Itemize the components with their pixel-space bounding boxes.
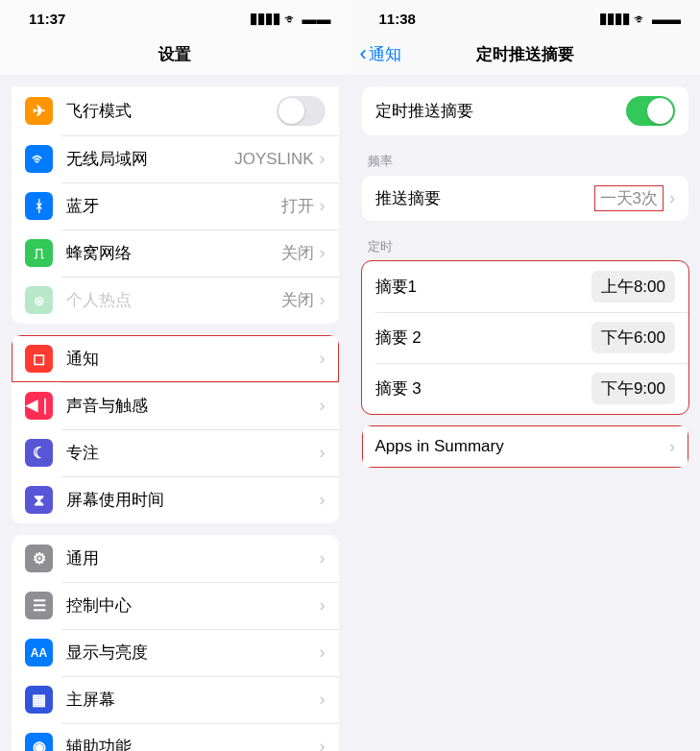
cell-label: 摘要 3 xyxy=(375,377,591,400)
cell-group: ◻ 通知 › ◀︎｜ 声音与触感 › ☾ 专注 › ⧗ 屏幕使用时间 › xyxy=(12,335,339,523)
chevron-right-icon: › xyxy=(320,243,326,263)
chevron-right-icon: › xyxy=(320,443,326,463)
cell-frequency[interactable]: 推送摘要 一天3次 › xyxy=(362,176,689,221)
cell-label: 通知 xyxy=(66,348,320,370)
cell-airplane-mode[interactable]: ✈ 飞行模式 xyxy=(12,86,339,135)
accessibility-icon: ◉ xyxy=(25,733,53,751)
chevron-right-icon: › xyxy=(320,349,326,369)
status-bar: 11:38 ▮▮▮▮ ᯤ ▬▬ xyxy=(350,0,701,33)
scheduled-summary-screen: 11:38 ▮▮▮▮ ᯤ ▬▬ ‹ 通知 定时推送摘要 定时推送摘要 频率 推送… xyxy=(350,0,701,751)
chevron-left-icon: ‹ xyxy=(360,43,367,64)
frequency-value: 一天3次 xyxy=(594,185,664,211)
cellular-icon: ⎍ xyxy=(25,239,53,267)
back-label: 通知 xyxy=(369,43,401,65)
cell-label: 显示与亮度 xyxy=(66,642,320,664)
cell-group: 推送摘要 一天3次 › xyxy=(362,176,689,221)
schedule-group: 摘要1 上午8:00 摘要 2 下午6:00 摘要 3 下午9:00 xyxy=(362,261,689,414)
chevron-right-icon: › xyxy=(320,490,326,510)
display-icon: AA xyxy=(25,639,53,666)
cell-label: 声音与触感 xyxy=(66,395,320,417)
frequency-section: 频率 推送摘要 一天3次 › xyxy=(350,147,701,221)
hotspot-icon: ⍟ xyxy=(25,286,53,314)
cell-label: 屏幕使用时间 xyxy=(66,489,320,511)
cell-label: 摘要 2 xyxy=(375,327,591,349)
cell-label: 蓝牙 xyxy=(66,195,281,217)
cell-label: 通用 xyxy=(66,547,320,569)
cell-label: 主屏幕 xyxy=(66,689,320,711)
wifi-icon: ᯤ xyxy=(284,11,299,27)
chevron-right-icon: › xyxy=(320,196,326,216)
apps-section: Apps in Summary › xyxy=(350,425,701,468)
time-value[interactable]: 下午6:00 xyxy=(591,322,675,353)
signal-icon: ▮▮▮▮ xyxy=(599,10,630,27)
cell-control-center[interactable]: ☰ 控制中心 › xyxy=(12,582,339,629)
chevron-right-icon: › xyxy=(669,188,675,208)
chevron-right-icon: › xyxy=(320,737,326,751)
control-center-icon: ☰ xyxy=(25,592,53,619)
chevron-right-icon: › xyxy=(320,548,326,569)
chevron-right-icon: › xyxy=(320,595,326,616)
bluetooth-icon: ᚼ xyxy=(25,192,53,220)
cell-home-screen[interactable]: ▦ 主屏幕 › xyxy=(12,676,339,723)
status-bar: 11:37 ▮▮▮▮ ᯤ ▬▬ xyxy=(0,0,350,33)
cell-bluetooth[interactable]: ᚼ 蓝牙 打开 › xyxy=(12,182,339,230)
cell-value: 关闭 xyxy=(281,242,314,264)
time-value[interactable]: 上午8:00 xyxy=(591,271,675,303)
status-time: 11:37 xyxy=(29,11,65,27)
cell-label: Apps in Summary xyxy=(375,437,670,456)
cell-label: 蜂窝网络 xyxy=(66,242,281,264)
cell-group: ✈ 飞行模式 ᯤ 无线局域网 JOYSLINK › ᚼ 蓝牙 打开 › ⎍ 蜂窝… xyxy=(12,86,339,324)
cell-focus[interactable]: ☾ 专注 › xyxy=(12,429,339,476)
gear-icon: ⚙ xyxy=(25,545,53,572)
cell-apps-in-summary[interactable]: Apps in Summary › xyxy=(362,425,689,468)
status-time: 11:38 xyxy=(379,11,416,27)
cell-schedule-2[interactable]: 摘要 2 下午6:00 xyxy=(362,312,689,363)
cell-schedule-1[interactable]: 摘要1 上午8:00 xyxy=(362,261,689,312)
sound-icon: ◀︎｜ xyxy=(25,392,53,420)
cell-label: 推送摘要 xyxy=(375,187,594,209)
nav-title: 定时推送摘要 xyxy=(476,43,574,65)
wifi-icon: ᯤ xyxy=(634,11,648,27)
chevron-right-icon: › xyxy=(669,437,675,457)
nav-title: 设置 xyxy=(158,43,191,65)
cell-hotspot[interactable]: ⍟ 个人热点 关闭 › xyxy=(12,277,339,324)
summary-toggle-section: 定时推送摘要 xyxy=(350,86,701,135)
nav-bar: ‹ 通知 定时推送摘要 xyxy=(350,33,701,75)
notifications-icon: ◻ xyxy=(25,345,53,373)
cell-value: JOYSLINK xyxy=(234,150,313,169)
cell-sound[interactable]: ◀︎｜ 声音与触感 › xyxy=(12,382,339,429)
schedule-section: 定时 摘要1 上午8:00 摘要 2 下午6:00 摘要 3 下午9:00 xyxy=(350,232,701,414)
battery-icon: ▬▬ xyxy=(302,11,331,27)
settings-group-attention: ◻ 通知 › ◀︎｜ 声音与触感 › ☾ 专注 › ⧗ 屏幕使用时间 › xyxy=(0,335,350,523)
cell-general[interactable]: ⚙ 通用 › xyxy=(12,535,339,582)
cell-group: Apps in Summary › xyxy=(362,425,689,468)
airplane-icon: ✈ xyxy=(25,97,53,125)
cell-label: 无线局域网 xyxy=(66,148,234,170)
focus-icon: ☾ xyxy=(25,439,53,467)
chevron-right-icon: › xyxy=(320,149,326,169)
wifi-icon: ᯤ xyxy=(25,145,53,173)
settings-group-connectivity: ✈ 飞行模式 ᯤ 无线局域网 JOYSLINK › ᚼ 蓝牙 打开 › ⎍ 蜂窝… xyxy=(0,86,350,324)
cell-value: 打开 xyxy=(281,195,314,217)
cell-value: 关闭 xyxy=(281,289,314,311)
cell-label: 辅助功能 xyxy=(66,736,320,751)
cell-label: 摘要1 xyxy=(375,276,591,298)
time-value[interactable]: 下午9:00 xyxy=(591,373,675,404)
cell-display[interactable]: AA 显示与亮度 › xyxy=(12,629,339,676)
cell-screentime[interactable]: ⧗ 屏幕使用时间 › xyxy=(12,476,339,523)
back-button[interactable]: ‹ 通知 xyxy=(360,43,401,65)
cell-cellular[interactable]: ⎍ 蜂窝网络 关闭 › xyxy=(12,230,339,277)
summary-toggle[interactable] xyxy=(626,96,675,126)
screentime-icon: ⧗ xyxy=(25,486,53,514)
cell-label: 个人热点 xyxy=(66,289,281,311)
cell-group: 定时推送摘要 xyxy=(362,86,689,135)
cell-summary-toggle[interactable]: 定时推送摘要 xyxy=(362,86,689,135)
cell-schedule-3[interactable]: 摘要 3 下午9:00 xyxy=(362,363,689,414)
chevron-right-icon: › xyxy=(320,690,326,710)
cell-accessibility[interactable]: ◉ 辅助功能 › xyxy=(12,723,339,751)
cell-notifications[interactable]: ◻ 通知 › xyxy=(12,335,339,382)
chevron-right-icon: › xyxy=(320,396,326,416)
chevron-right-icon: › xyxy=(320,642,326,663)
airplane-toggle[interactable] xyxy=(277,96,326,126)
cell-wifi[interactable]: ᯤ 无线局域网 JOYSLINK › xyxy=(12,135,339,182)
